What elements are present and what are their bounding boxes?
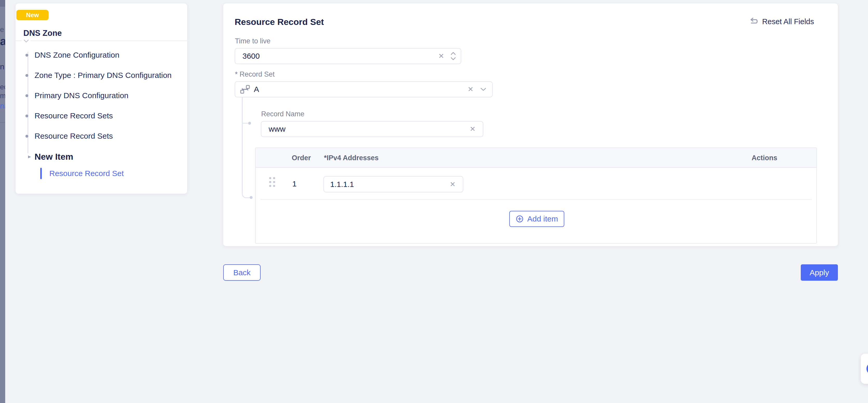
resource-record-set-form-card: Resource Record Set Reset All Fields Tim… xyxy=(223,3,838,246)
active-indicator-bar xyxy=(40,168,42,179)
underlay-topbar-fragment xyxy=(0,0,5,7)
ttl-stepper[interactable] xyxy=(451,52,456,61)
sidebar-item-zone-type[interactable]: Zone Type : Primary DNS Configuration xyxy=(25,70,172,81)
timeline-dot-icon xyxy=(25,94,28,97)
apply-button-label: Apply xyxy=(810,268,829,277)
underlay-text-fragment: n l xyxy=(0,62,5,71)
add-item-label: Add item xyxy=(527,215,558,223)
underlay-link-fragment: na xyxy=(0,102,5,111)
helper-circle-icon[interactable] xyxy=(866,363,868,375)
dimmed-underlay-strip: e ag n l ec m na xyxy=(0,0,5,403)
sidebar-active-label: Resource Record Set xyxy=(49,169,124,178)
ttl-clear-icon[interactable]: ✕ xyxy=(438,53,444,60)
drag-handle-icon[interactable] xyxy=(269,177,275,187)
row-order-value: 1 xyxy=(292,168,297,200)
reset-arrow-icon xyxy=(748,17,758,26)
nested-connector-branch xyxy=(243,123,248,124)
column-header-ipv4: *IPv4 Addresses xyxy=(324,148,379,168)
table-header: Order *IPv4 Addresses Actions xyxy=(256,148,816,168)
ttl-value: 3600 xyxy=(235,52,260,61)
caret-right-icon: ▸ xyxy=(28,153,31,160)
apply-button[interactable]: Apply xyxy=(801,264,838,281)
timeline-dot-icon xyxy=(25,74,28,77)
page-title: Resource Record Set xyxy=(235,17,324,27)
sidebar-item-primary-dns-configuration[interactable]: Primary DNS Configuration xyxy=(25,90,128,101)
connector-dot-icon xyxy=(248,122,251,125)
ipv4-addresses-table: Order *IPv4 Addresses Actions 1 1.1.1.1 … xyxy=(255,148,817,244)
stepper-down-icon[interactable] xyxy=(451,57,456,61)
column-header-actions: Actions xyxy=(739,148,790,168)
underlay-text-fragment: ag xyxy=(0,35,5,48)
record-name-input[interactable]: www ✕ xyxy=(261,121,483,137)
row-divider xyxy=(260,199,812,200)
floating-helper-widget[interactable] xyxy=(861,354,868,384)
ttl-label: Time to live xyxy=(235,37,271,45)
record-name-value: www xyxy=(261,125,285,133)
record-set-chevron-down-icon[interactable] xyxy=(480,88,487,91)
stepper-up-icon[interactable] xyxy=(451,52,456,55)
reset-all-fields-button[interactable]: Reset All Fields xyxy=(748,17,814,26)
table-row: 1 1.1.1.1 ✕ xyxy=(256,168,816,200)
sidebar-title: DNS Zone xyxy=(23,29,62,38)
sidebar-group-new-item[interactable]: ▸ New Item xyxy=(28,151,73,162)
plus-circle-icon xyxy=(516,215,524,223)
back-button-label: Back xyxy=(234,268,251,277)
sidebar-item-label: Primary DNS Configuration xyxy=(34,91,128,100)
sidebar-group-label: New Item xyxy=(34,152,73,162)
underlay-divider xyxy=(0,122,5,123)
sidebar-item-resource-record-sets-2[interactable]: Resource Record Sets xyxy=(25,131,113,141)
sidebar-item-resource-record-set-active[interactable]: Resource Record Set xyxy=(40,168,124,179)
sidebar-item-label: Resource Record Sets xyxy=(34,132,113,141)
back-button[interactable]: Back xyxy=(223,264,260,281)
add-item-button[interactable]: Add item xyxy=(509,211,564,227)
sidebar-item-label: Zone Type : Primary DNS Configuration xyxy=(34,71,172,80)
ipv4-address-input[interactable]: 1.1.1.1 ✕ xyxy=(323,176,463,192)
record-name-clear-icon[interactable]: ✕ xyxy=(470,126,475,133)
nested-connector-corner xyxy=(242,192,251,198)
connector-dot-icon xyxy=(250,196,253,199)
record-set-clear-icon[interactable]: ✕ xyxy=(467,86,473,93)
sidebar-divider xyxy=(16,40,187,41)
dns-zone-steps-panel: New DNS Zone DNS Zone Configuration Zone… xyxy=(16,3,187,194)
timeline-dot-icon xyxy=(25,135,28,137)
underlay-text-fragment: ec xyxy=(0,83,5,91)
underlay-text-fragment: e xyxy=(0,26,4,34)
sidebar-item-label: Resource Record Sets xyxy=(34,112,113,120)
record-set-icon xyxy=(240,84,250,95)
sidebar-item-label: DNS Zone Configuration xyxy=(34,51,119,59)
column-header-order: Order xyxy=(292,148,311,168)
sidebar-item-resource-record-sets-1[interactable]: Resource Record Sets xyxy=(25,111,113,121)
timeline-dot-icon xyxy=(25,54,28,57)
new-badge: New xyxy=(17,10,49,20)
sidebar-item-dns-zone-configuration[interactable]: DNS Zone Configuration xyxy=(25,50,119,60)
timeline-dot-icon xyxy=(25,115,28,117)
record-set-select[interactable]: A ✕ xyxy=(235,81,493,97)
ttl-input[interactable]: 3600 ✕ xyxy=(235,48,461,64)
ipv4-address-value: 1.1.1.1 xyxy=(324,180,354,189)
record-set-label: * Record Set xyxy=(235,70,275,79)
record-name-label: Record Name xyxy=(261,110,305,118)
collapse-chevron-icon[interactable] xyxy=(22,39,31,43)
ipv4-clear-icon[interactable]: ✕ xyxy=(450,181,456,188)
nested-connector-line xyxy=(242,97,243,193)
underlay-text-fragment: m xyxy=(0,92,5,100)
reset-all-fields-label: Reset All Fields xyxy=(762,18,814,26)
